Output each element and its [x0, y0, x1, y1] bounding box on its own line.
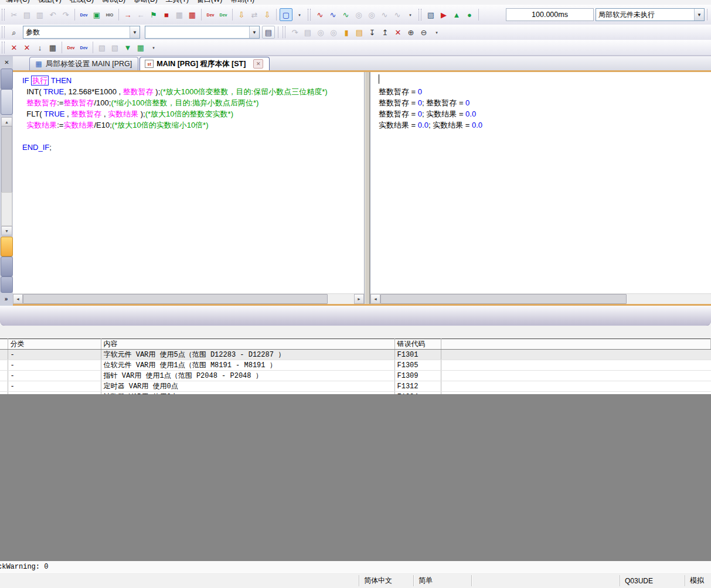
scrollbar-thumb[interactable] [1, 126, 12, 193]
monitor-stop-icon[interactable]: ■ [161, 9, 172, 20]
header-category[interactable]: 分类 [8, 339, 101, 350]
undo-icon[interactable]: ↶ [47, 9, 59, 20]
label-register-delete-icon[interactable]: ▼ [122, 42, 134, 53]
code-hscrollbar[interactable]: ◄ ► [13, 293, 364, 304]
monitor-pane[interactable]: 整数暂存 = 0整数暂存 = 0; 整数暂存 = 0整数暂存 = 0; 实数结果… [370, 72, 711, 304]
redo-icon[interactable]: ↷ [60, 9, 72, 20]
trace-overflow-icon[interactable]: ▾ [404, 9, 416, 20]
find-overflow-icon[interactable]: ▾ [431, 26, 443, 38]
monitor-start-icon[interactable]: ⚑ [148, 9, 159, 20]
online-change-icon[interactable]: ⇄ [249, 9, 260, 20]
delete-row-icon[interactable]: ✕ [392, 26, 404, 38]
header-error-code[interactable]: 错误代码 [394, 339, 441, 350]
trace-rising-icon[interactable]: ∿ [314, 9, 326, 20]
batch-setting-2-icon[interactable]: ▧ [109, 42, 121, 53]
simulation-icon[interactable]: ▢ [280, 8, 292, 21]
target-combobox[interactable]: ▼ [145, 26, 260, 39]
menu-item[interactable]: 视图(V) [38, 0, 62, 4]
scroll-left-icon[interactable]: ◄ [13, 294, 23, 304]
paste-icon[interactable]: ▥ [34, 9, 46, 20]
selected-segment[interactable] [1, 237, 13, 257]
insert-row-above-icon[interactable]: ↥ [379, 26, 391, 38]
code-pane[interactable]: IF 执行 THEN INT( TRUE, 12.568*E1000 , 整数暂… [13, 72, 365, 304]
scan-time-field[interactable]: 100.000ms [506, 8, 594, 21]
device-memory-monitor-icon[interactable]: Dev [205, 9, 216, 20]
debug-stop-icon[interactable]: ● [464, 9, 475, 20]
scroll-up-icon[interactable]: ▲ [1, 117, 12, 127]
zoom-in-icon[interactable]: ⊕ [405, 26, 417, 38]
result-row[interactable]: -字软元件 VAR用 使用5点（范围 D12283 - D12287 ）F130… [0, 350, 711, 360]
program-check-icon[interactable]: ⇩ [236, 9, 247, 20]
debug-run-icon[interactable]: ▶ [438, 9, 450, 20]
device-label-delete-icon[interactable]: Dev [65, 42, 77, 53]
header-content[interactable]: 内容 [101, 339, 394, 350]
io-find-icon[interactable]: HIO [104, 9, 115, 20]
binoculars-icon[interactable]: ⌕ [8, 26, 20, 38]
program-write-icon[interactable]: ⇩ [261, 9, 273, 20]
read-from-plc-icon[interactable]: ← [135, 9, 147, 20]
result-row[interactable]: -位软元件 VAR用 使用1点（范围 M8191 - M8191 ）F1305 [0, 360, 711, 371]
cross-reference-icon[interactable]: ↷ [289, 26, 301, 38]
write-to-plc-icon[interactable]: → [122, 9, 134, 20]
label-register-list-icon[interactable]: ▦ [135, 42, 147, 53]
tab-main-program-body[interactable]: st MAIN [PRG] 程序本体 [ST] ✕ [140, 57, 270, 70]
device-exec-combobox[interactable]: 局部软元件未执行 ▼ [596, 8, 705, 21]
bookmark-icon[interactable]: ▮ [341, 26, 352, 38]
trace-falling-icon[interactable]: ∿ [327, 9, 339, 20]
panel-segment-2[interactable] [1, 89, 13, 115]
trace-watch-stop-icon[interactable]: ∿ [392, 9, 403, 20]
tab-close-icon[interactable]: ✕ [253, 59, 263, 69]
chevron-down-icon[interactable]: ▼ [130, 26, 140, 38]
scrollbar-thumb[interactable] [23, 294, 328, 304]
trace-step-icon[interactable]: ∿ [340, 9, 352, 20]
tab-local-label-setting[interactable]: ▦ 局部标签设置 MAIN [PRG] [29, 57, 138, 70]
output-panel-header[interactable] [0, 306, 711, 326]
expand-icon[interactable]: » [1, 293, 12, 305]
pane-splitter[interactable] [365, 72, 370, 304]
close-icon[interactable]: ✕ [2, 58, 11, 67]
result-row[interactable]: -指针 VAR用 使用1点（范围 P2048 - P2048 ）F1309 [0, 371, 711, 381]
toolbar-grip[interactable] [308, 9, 311, 20]
panel-segment-3[interactable] [1, 257, 13, 276]
label-check-icon[interactable]: ✕ [8, 42, 20, 53]
find-document-icon[interactable]: ▤ [262, 26, 275, 39]
scrollbar-track[interactable] [328, 294, 354, 304]
monitor-hscrollbar[interactable]: ◄ [370, 293, 711, 304]
toolbar-overflow-icon[interactable]: ▾ [294, 9, 305, 20]
device-label-list-icon[interactable]: Dev [78, 42, 90, 53]
menu-item[interactable]: 工具(T) [166, 0, 189, 4]
chevron-down-icon[interactable]: ▼ [249, 26, 259, 38]
label-setting-check-icon[interactable]: ✕ [21, 42, 33, 53]
toolbar-grip[interactable] [2, 9, 5, 20]
scrollbar-track[interactable] [1, 192, 12, 226]
menu-item[interactable]: 诊断(D) [134, 0, 158, 4]
scroll-down-icon[interactable]: ▼ [1, 226, 12, 235]
monitor-write-icon[interactable]: ▦ [186, 9, 198, 20]
menu-item[interactable]: 帮助(H) [230, 0, 254, 4]
scrollbar-thumb[interactable] [380, 294, 627, 304]
menu-item[interactable]: 调试(B) [102, 0, 125, 4]
monitor-pause-icon[interactable]: ▦ [174, 9, 185, 20]
panel-segment-1[interactable] [1, 69, 13, 90]
menu-item[interactable]: 编译(C) [6, 0, 30, 4]
batch-setting-1-icon[interactable]: ▧ [96, 42, 108, 53]
device-memory-edit-icon[interactable]: Dev [217, 9, 229, 20]
trace-watch-start-icon[interactable]: ∿ [379, 9, 390, 20]
menu-item[interactable]: 在线(O) [70, 0, 94, 4]
cut-icon[interactable]: ✂ [8, 9, 20, 20]
cross-reference-list-icon[interactable]: ▤ [302, 26, 314, 38]
toolbar-grip[interactable] [419, 9, 421, 20]
scroll-left-icon[interactable]: ◄ [370, 294, 380, 304]
label-sort-list-icon[interactable]: ▦ [47, 42, 59, 53]
scroll-right-icon[interactable]: ► [354, 294, 364, 304]
scrollbar-track[interactable] [627, 294, 711, 304]
result-row[interactable]: -定时器 VAR用 使用0点F1312 [0, 381, 711, 392]
search-combobox[interactable]: 参数 ▼ [23, 26, 140, 39]
debug-warning-icon[interactable]: ▲ [451, 9, 462, 20]
chevron-down-icon[interactable]: ▼ [694, 9, 704, 20]
trace-find-icon[interactable]: ◎ [353, 9, 365, 20]
menu-item[interactable]: 窗口(W) [197, 0, 222, 4]
toolbar-grip[interactable] [2, 42, 5, 53]
panel-segment-4[interactable] [1, 276, 13, 293]
device-find-icon[interactable]: Dev [78, 9, 90, 20]
